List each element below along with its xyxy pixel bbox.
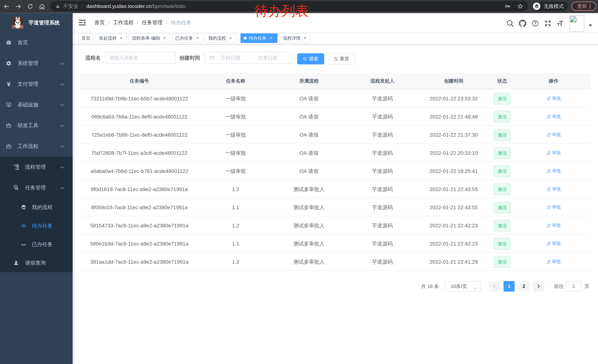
close-icon[interactable]: × [228,34,233,43]
close-icon[interactable]: × [162,34,167,43]
tag-start-process[interactable]: 发起流程× [96,33,127,43]
end-date-input[interactable]: 结束日期 [252,55,283,61]
sidebar-item-devtools[interactable]: 研发工具 [0,115,73,136]
approve-label: 审批 [552,150,561,156]
sidebar-item-pay[interactable]: ¥ 支付管理 [0,74,73,94]
tag-process-detail[interactable]: 流程详情× [279,33,310,43]
menu-item-label: 我的流程 [32,204,53,211]
sidebar-item-system[interactable]: 系统管理 [0,53,73,74]
sidebar-item-infra[interactable]: 基础设施 [0,94,73,115]
approve-link[interactable]: 审批 [546,241,561,246]
approve-link[interactable]: 审批 [546,150,561,156]
sidebar-item-process-mgmt[interactable]: 流程管理 [0,157,73,177]
close-icon[interactable]: × [119,34,123,43]
avatar-caret-icon[interactable] [589,24,592,27]
approve-link[interactable]: 审批 [546,222,561,228]
person-face-icon [21,205,26,210]
browser-update-button[interactable]: 更新 [572,2,596,11]
edit-pen-icon [546,241,551,246]
sidebar-item-task-mgmt[interactable]: 任务管理 [0,177,73,198]
sidebar-item-workflow[interactable]: 工作流程 [0,136,73,157]
navbar: 首页 / 工作流程 / 任务管理 / 待办任务 [73,13,598,32]
reset-button[interactable]: 重置 [328,53,355,65]
header-search-button[interactable] [504,13,516,32]
menu-item-label: 系统管理 [18,60,38,67]
goto-page-input[interactable]: 1 [565,281,582,291]
user-avatar[interactable] [569,15,584,32]
status-badge: 激活 [494,93,511,105]
active-dot [244,37,247,40]
menu-item-label: 流程管理 [25,163,46,170]
task-table: 任务编号 任务名称 所属流程 流程发起人 创建时间 状态 操作 73211d9d… [80,73,590,271]
next-page-button[interactable] [533,281,544,291]
page-2-button[interactable]: 2 [518,281,530,291]
github-link[interactable] [516,13,529,32]
sidebar-item-leave-query[interactable]: 请假查询 [0,254,73,272]
font-size-button[interactable] [554,13,566,32]
close-icon[interactable]: × [195,34,200,43]
cell-status: 激活 [488,126,516,144]
reset-button-label: 重置 [340,56,349,62]
tag-done-tasks[interactable]: 已办任务× [172,33,203,43]
github-icon [519,20,526,27]
menu-item-label: 支付管理 [18,81,38,88]
approve-link[interactable]: 审批 [546,186,561,192]
approve-link[interactable]: 审批 [546,113,561,119]
arrow-right-icon [537,284,540,289]
search-icon [506,19,515,28]
approve-link[interactable]: 审批 [546,259,561,265]
sidebar-toggle-button[interactable] [73,13,94,32]
url-text[interactable]: dashboard.yudao.iocoder.cn/bpm/task/todo [86,3,185,9]
approve-link[interactable]: 审批 [546,168,561,174]
approve-link[interactable]: 审批 [546,95,561,101]
edit-pen-icon [546,223,551,228]
tag-todo-tasks[interactable]: 待办任务× [241,33,277,43]
close-icon[interactable]: × [303,34,307,43]
eye-open-icon [21,223,26,229]
search-button[interactable]: 搜索 [297,53,324,65]
date-range-picker[interactable]: 开始日期 - 结束日期 [205,52,293,64]
breadcrumb-item-task-mgmt: 任务管理 [142,19,163,26]
question-circle-icon [532,20,539,27]
close-icon[interactable]: × [269,34,273,43]
browser-back-button[interactable] [3,3,10,10]
browser-forward-button[interactable] [15,3,22,10]
chevron-down-icon [60,60,64,66]
page-size-select[interactable]: 10条/页 [444,281,481,291]
prev-page-button[interactable] [489,281,500,291]
sidebar-item-my-process[interactable]: 我的流程 [0,198,73,217]
browser-reload-button[interactable] [26,3,34,10]
sidebar-item-home[interactable]: 首页 [0,32,73,53]
tag-form-edit[interactable]: 流程表单-编辑× [129,33,170,43]
yen-icon: ¥ [6,81,11,87]
browser-menu-icon[interactable] [590,4,590,9]
start-date-input[interactable]: 开始日期 [215,55,246,61]
browser-home-button[interactable] [38,3,46,10]
sidebar-item-done-tasks[interactable]: 已办任务 [0,235,73,254]
security-label[interactable]: 不安全 [63,3,79,10]
table-row: 8f059c03-7ac8-11ec-a9e2-a2380e71991a 1.1… [80,198,590,216]
approve-link[interactable]: 审批 [546,204,561,210]
approve-link[interactable]: 审批 [546,132,561,138]
cell-actions: 审批 [516,126,590,144]
logo[interactable]: 芋道管理系统 [0,13,73,32]
table-row: 069c6a63-7b8a-11ec-8ef0-acde48001122 一级审… [80,107,590,126]
sidebar-item-todo-tasks[interactable]: 待办任务 [0,217,73,235]
logo-rabbit-image [12,17,24,29]
update-label[interactable]: 更新 [577,3,587,9]
process-name-input[interactable]: 请输入流程名 [105,52,176,64]
tag-home[interactable]: 首页 [78,33,94,43]
password-key-icon[interactable] [505,3,511,10]
cell-actions: 审批 [516,216,590,235]
bookmark-star-icon[interactable] [517,3,524,10]
cell-starter: 芋道源码 [345,162,419,180]
cell-task-name: 1.1 [199,235,273,252]
tag-my-process[interactable]: 我的流程× [205,33,236,43]
page-1-button[interactable]: 1 [504,281,515,291]
fullscreen-button[interactable] [541,13,554,32]
cell-status: 激活 [488,198,516,216]
table-header-row: 任务编号 任务名称 所属流程 流程发起人 创建时间 状态 操作 [80,73,590,89]
breadcrumb-item-home[interactable]: 首页 [94,19,105,26]
table-row: 381aa1dd-7ac8-11ec-a9e2-a2380e71991a 1.2… [80,252,590,271]
help-doc-button[interactable] [529,13,541,32]
